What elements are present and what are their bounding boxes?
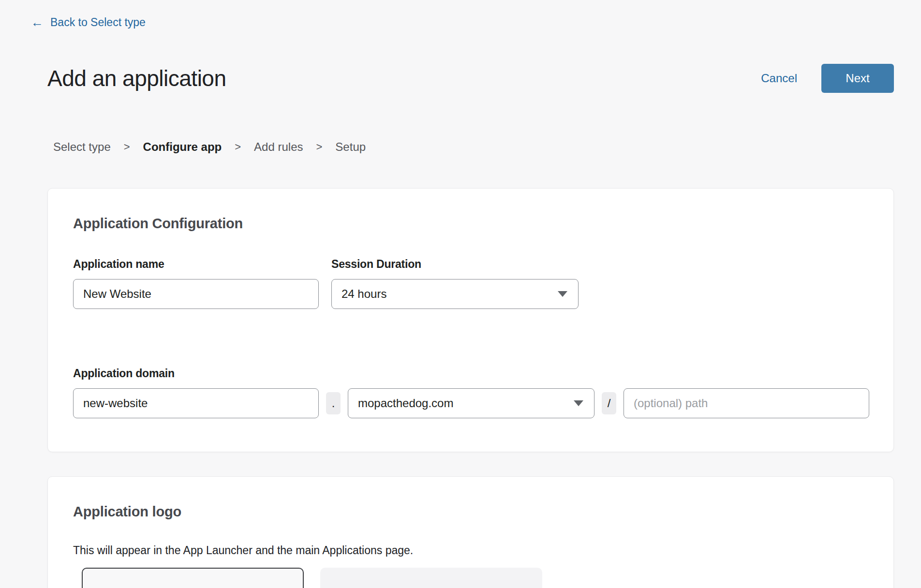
name-session-row: Application name Session Duration 24 hou… bbox=[73, 258, 868, 309]
logo-options-row bbox=[82, 568, 868, 588]
logo-option-default[interactable] bbox=[82, 568, 304, 588]
path-input[interactable] bbox=[624, 388, 869, 418]
logo-option-custom[interactable] bbox=[320, 568, 542, 588]
application-logo-description: This will appear in the App Launcher and… bbox=[73, 544, 868, 557]
step-setup[interactable]: Setup bbox=[335, 140, 366, 154]
subdomain-input[interactable] bbox=[73, 388, 319, 418]
page-title: Add an application bbox=[47, 65, 226, 91]
session-duration-value: 24 hours bbox=[342, 287, 386, 301]
step-add-rules[interactable]: Add rules bbox=[254, 140, 303, 154]
application-configuration-title: Application Configuration bbox=[73, 216, 868, 232]
chevron-down-icon bbox=[574, 400, 583, 406]
slash-separator: / bbox=[602, 392, 616, 414]
back-arrow-icon: ← bbox=[31, 16, 44, 29]
application-name-label: Application name bbox=[73, 258, 319, 271]
application-logo-title: Application logo bbox=[73, 504, 868, 520]
next-button[interactable]: Next bbox=[821, 64, 894, 93]
step-configure-app[interactable]: Configure app bbox=[143, 140, 222, 154]
application-configuration-card: Application Configuration Application na… bbox=[47, 188, 894, 452]
dot-separator: . bbox=[326, 392, 341, 414]
page-header: Add an application Cancel Next bbox=[47, 64, 894, 93]
back-to-select-type-link[interactable]: ← Back to Select type bbox=[31, 16, 146, 29]
step-breadcrumb: Select type > Configure app > Add rules … bbox=[53, 140, 366, 154]
breadcrumb-separator: > bbox=[235, 141, 241, 153]
application-logo-card: Application logo This will appear in the… bbox=[47, 476, 894, 588]
application-domain-label: Application domain bbox=[73, 367, 868, 380]
application-name-input[interactable] bbox=[73, 279, 319, 309]
domain-select-value: mopacthedog.com bbox=[358, 397, 453, 410]
application-domain-field-group: Application domain . mopacthedog.com / bbox=[73, 367, 868, 418]
header-actions: Cancel Next bbox=[761, 64, 894, 93]
application-name-field-group: Application name bbox=[73, 258, 319, 309]
cancel-button[interactable]: Cancel bbox=[761, 72, 797, 85]
breadcrumb-separator: > bbox=[124, 141, 130, 153]
back-link-label: Back to Select type bbox=[50, 16, 146, 29]
chevron-down-icon bbox=[558, 291, 567, 297]
session-duration-field-group: Session Duration 24 hours bbox=[331, 258, 579, 309]
session-duration-label: Session Duration bbox=[331, 258, 579, 271]
domain-select[interactable]: mopacthedog.com bbox=[348, 388, 594, 418]
breadcrumb-separator: > bbox=[316, 141, 323, 153]
step-select-type[interactable]: Select type bbox=[53, 140, 111, 154]
application-domain-row: . mopacthedog.com / bbox=[73, 388, 868, 418]
session-duration-select[interactable]: 24 hours bbox=[331, 279, 579, 309]
